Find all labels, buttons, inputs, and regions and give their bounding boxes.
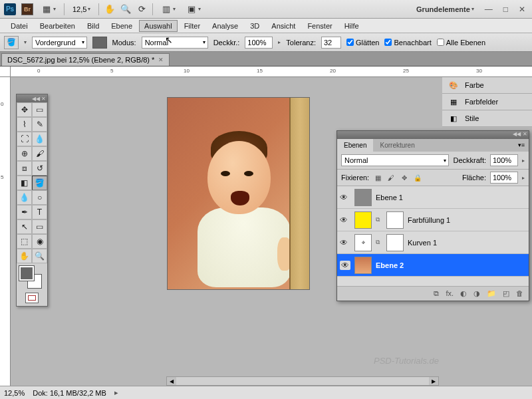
status-zoom[interactable]: 12,5% <box>4 389 25 397</box>
opacity-input[interactable]: 100% <box>245 37 273 49</box>
pattern-swatch[interactable] <box>92 37 107 49</box>
menu-hilfe[interactable]: Hilfe <box>339 20 364 32</box>
menu-3d[interactable]: 3D <box>245 20 265 32</box>
blend-mode-select[interactable]: Normal <box>142 37 208 49</box>
layer-name[interactable]: Farbfüllung 1 <box>408 216 450 224</box>
visibility-toggle-icon[interactable]: 👁 <box>340 238 350 247</box>
visibility-toggle-icon[interactable]: 👁 <box>340 215 350 225</box>
new-layer-icon[interactable]: ◰ <box>503 289 509 298</box>
view-extras-dropdown[interactable]: ▦▾ <box>39 3 59 16</box>
menu-auswahl[interactable]: Auswahl <box>139 20 178 32</box>
vertical-ruler[interactable]: 0 5 <box>0 77 11 386</box>
hand-tool[interactable]: ✋ <box>17 249 32 263</box>
layer-row-selected[interactable]: 👁 Ebene 2 <box>337 254 529 277</box>
menu-bearbeiten[interactable]: Bearbeiten <box>35 20 80 32</box>
3d-tool[interactable]: ⬚ <box>17 234 32 249</box>
close-icon[interactable]: ✕ <box>523 131 527 139</box>
tab-korrekturen[interactable]: Korrekturen <box>373 139 421 152</box>
zoom-level-dropdown[interactable]: 12,5▾ <box>70 4 93 15</box>
horizontal-scrollbar[interactable]: ◀ ▶ <box>166 376 439 386</box>
blur-tool[interactable]: 💧 <box>17 190 32 205</box>
menu-filter[interactable]: Filter <box>179 20 205 32</box>
menu-ebene[interactable]: Ebene <box>106 20 138 32</box>
layer-opacity-input[interactable]: 100% <box>490 154 518 166</box>
layer-row[interactable]: 👁 ⧉ Farbfüllung 1 <box>337 209 529 231</box>
move-tool[interactable]: ✥ <box>17 102 32 117</box>
menu-ansicht[interactable]: Ansicht <box>266 20 301 32</box>
layer-thumbnail[interactable] <box>354 211 372 229</box>
status-menu-icon[interactable]: ▸ <box>114 388 118 397</box>
crop-tool[interactable]: ⛶ <box>17 132 32 146</box>
quick-mask-toggle[interactable] <box>17 290 47 306</box>
minimize-button[interactable]: — <box>482 5 495 14</box>
mask-thumbnail[interactable] <box>386 234 404 251</box>
eraser-tool[interactable]: ◧ <box>17 176 32 190</box>
maximize-button[interactable]: □ <box>501 5 511 14</box>
tab-ebenen[interactable]: Ebenen <box>337 139 373 152</box>
farbe-panel-button[interactable]: 🎨 Farbe <box>442 77 532 94</box>
collapse-icon[interactable]: ◀◀ <box>513 131 521 139</box>
close-button[interactable]: ✕ <box>516 5 528 14</box>
shape-tool[interactable]: ▭ <box>32 219 47 234</box>
layers-panel[interactable]: ◀◀✕ Ebenen Korrekturen ▾≡ Normal Deckkra… <box>336 130 529 301</box>
lock-all-icon[interactable]: 🔒 <box>413 173 422 182</box>
document-tab[interactable]: DSC_5672.jpg bei 12,5% (Ebene 2, RGB/8) … <box>1 53 170 66</box>
layer-thumbnail[interactable] <box>354 189 372 206</box>
lock-position-icon[interactable]: ✥ <box>400 173 409 182</box>
brush-tool[interactable]: 🖌 <box>32 146 47 161</box>
layer-name[interactable]: Ebene 1 <box>376 194 403 201</box>
canvas-area[interactable]: ◀◀✕ ✥ ▭ ⌇ ✎ ⛶ 💧 ⊕ 🖌 ⧈ ↺ ◧ 🪣 💧 ○ ✒ T ↖ ▭ <box>11 77 532 386</box>
history-brush-tool[interactable]: ↺ <box>32 161 47 176</box>
paint-bucket-tool[interactable]: 🪣 <box>32 176 47 190</box>
close-icon[interactable]: ✕ <box>41 96 46 102</box>
layer-blend-mode-select[interactable]: Normal <box>341 154 449 166</box>
layer-row[interactable]: 👁 Ebene 1 <box>337 186 529 209</box>
zoom-tool[interactable]: 🔍 <box>32 249 47 263</box>
quick-select-tool[interactable]: ✎ <box>32 117 47 132</box>
horizontal-ruler[interactable]: 0 5 10 15 20 25 30 <box>11 66 532 77</box>
healing-tool[interactable]: ⊕ <box>17 146 32 161</box>
lock-transparency-icon[interactable]: ▦ <box>373 173 382 182</box>
adjustment-layer-icon[interactable]: ◑ <box>473 289 480 298</box>
layer-name[interactable]: Kurven 1 <box>408 239 437 247</box>
menu-analyse[interactable]: Analyse <box>207 20 243 32</box>
rotate-view-icon[interactable]: ⟳ <box>136 4 147 15</box>
dodge-tool[interactable]: ○ <box>32 190 47 205</box>
tolerance-input[interactable]: 32 <box>321 37 341 49</box>
stamp-tool[interactable]: ⧈ <box>17 161 32 176</box>
delete-layer-icon[interactable]: 🗑 <box>516 289 523 298</box>
current-tool-icon[interactable]: 🪣 <box>4 36 19 49</box>
mask-thumbnail[interactable] <box>386 211 404 229</box>
antialias-checkbox[interactable]: Glätten <box>346 39 379 47</box>
path-select-tool[interactable]: ↖ <box>17 219 32 234</box>
zoom-tool-icon[interactable]: 🔍 <box>120 4 131 15</box>
farbfelder-panel-button[interactable]: ▦ Farbfelder <box>442 94 532 110</box>
adjustment-thumbnail[interactable]: ⎆ <box>354 234 372 251</box>
marquee-tool[interactable]: ▭ <box>32 102 47 117</box>
status-doc-size[interactable]: Dok: 16,1 MB/32,2 MB <box>33 389 106 397</box>
stile-panel-button[interactable]: ◧ Stile <box>442 110 532 127</box>
workspace-switcher[interactable]: Grundelemente▾ <box>414 4 477 15</box>
collapse-icon[interactable]: ◀◀ <box>32 96 40 102</box>
close-tab-icon[interactable]: ✕ <box>158 57 164 63</box>
panel-header[interactable]: ◀◀✕ <box>337 131 529 139</box>
tools-palette[interactable]: ◀◀✕ ✥ ▭ ⌇ ✎ ⛶ 💧 ⊕ 🖌 ⧈ ↺ ◧ 🪣 💧 ○ ✒ T ↖ ▭ <box>16 94 48 307</box>
foreground-color[interactable] <box>19 266 34 281</box>
group-icon[interactable]: 📁 <box>487 289 496 298</box>
scroll-right-icon[interactable]: ▶ <box>429 377 438 385</box>
layer-mask-icon[interactable]: ◐ <box>460 289 467 298</box>
visibility-toggle-icon[interactable]: 👁 <box>340 261 350 270</box>
all-layers-checkbox[interactable]: Alle Ebenen <box>437 39 485 47</box>
contiguous-checkbox[interactable]: Benachbart <box>384 39 431 47</box>
pen-tool[interactable]: ✒ <box>17 205 32 219</box>
3d-camera-tool[interactable]: ◉ <box>32 234 47 249</box>
layer-row[interactable]: 👁 ⎆ ⧉ Kurven 1 <box>337 231 529 254</box>
hand-tool-icon[interactable]: ✋ <box>104 4 115 15</box>
scroll-left-icon[interactable]: ◀ <box>167 377 176 385</box>
menu-fenster[interactable]: Fenster <box>302 20 337 32</box>
menu-datei[interactable]: Datei <box>5 20 33 32</box>
arrange-documents-dropdown[interactable]: ▥▾ <box>158 3 178 16</box>
menu-bild[interactable]: Bild <box>82 20 104 32</box>
layer-thumbnail[interactable] <box>354 257 372 274</box>
ruler-origin[interactable] <box>0 66 11 77</box>
